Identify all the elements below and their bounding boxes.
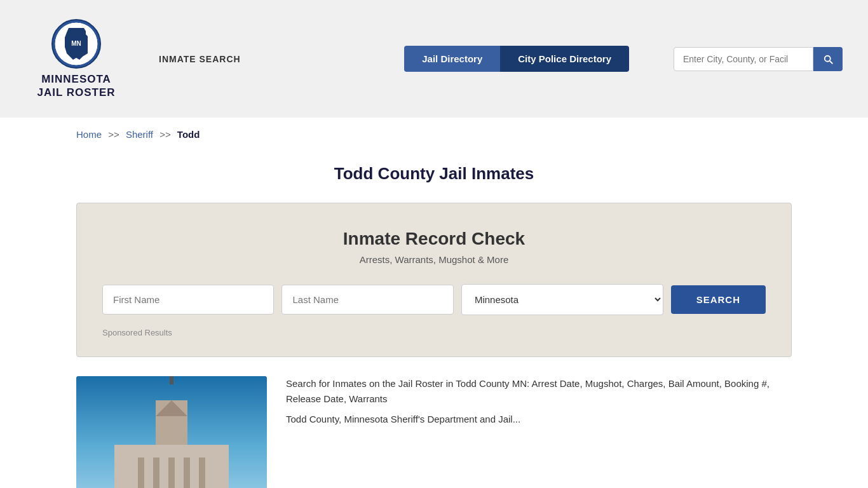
record-search-button[interactable]: SEARCH: [671, 285, 766, 314]
mn-logo-icon: MN: [51, 18, 102, 69]
last-name-input[interactable]: [281, 285, 453, 315]
county-building-image: [76, 376, 267, 488]
state-select[interactable]: AlabamaAlaskaArizonaArkansasCaliforniaCo…: [461, 284, 663, 315]
page-title-area: Todd County Jail Inmates: [0, 151, 868, 203]
breadcrumb-sep2: >>: [159, 129, 171, 140]
record-check-subtitle: Arrests, Warrants, Mugshot & More: [102, 254, 766, 265]
record-check-box: Inmate Record Check Arrests, Warrants, M…: [76, 203, 792, 357]
logo-area: MN MINNESOTA JAIL ROSTER: [25, 18, 127, 99]
header-search-bar: [674, 47, 843, 71]
search-icon: [822, 53, 834, 65]
nav-buttons: Jail Directory City Police Directory: [404, 46, 629, 72]
record-check-title: Inmate Record Check: [102, 229, 766, 249]
site-header: MN MINNESOTA JAIL ROSTER INMATE SEARCH J…: [0, 0, 868, 118]
breadcrumb-current: Todd: [177, 129, 200, 140]
sponsored-results-label: Sponsored Results: [102, 328, 766, 337]
city-police-button[interactable]: City Police Directory: [500, 46, 629, 72]
content-text: Search for Inmates on the Jail Roster in…: [286, 376, 792, 488]
breadcrumb-sep1: >>: [108, 129, 119, 140]
record-check-form: AlabamaAlaskaArizonaArkansasCaliforniaCo…: [102, 284, 766, 315]
content-description1: Search for Inmates on the Jail Roster in…: [286, 376, 792, 407]
header-search-button[interactable]: [813, 47, 843, 71]
first-name-input[interactable]: [102, 285, 274, 315]
svg-text:MN: MN: [71, 40, 81, 47]
content-section: Search for Inmates on the Jail Roster in…: [0, 376, 868, 488]
inmate-search-link[interactable]: INMATE SEARCH: [159, 54, 241, 64]
breadcrumb: Home >> Sheriff >> Todd: [0, 118, 868, 151]
header-search-input[interactable]: [674, 47, 813, 71]
site-title: MINNESOTA JAIL ROSTER: [37, 73, 115, 99]
breadcrumb-home[interactable]: Home: [76, 129, 102, 140]
page-title: Todd County Jail Inmates: [0, 164, 868, 184]
jail-directory-button[interactable]: Jail Directory: [404, 46, 500, 72]
content-description2: Todd County, Minnesota Sheriff's Departm…: [286, 412, 792, 427]
breadcrumb-sheriff[interactable]: Sheriff: [126, 129, 153, 140]
